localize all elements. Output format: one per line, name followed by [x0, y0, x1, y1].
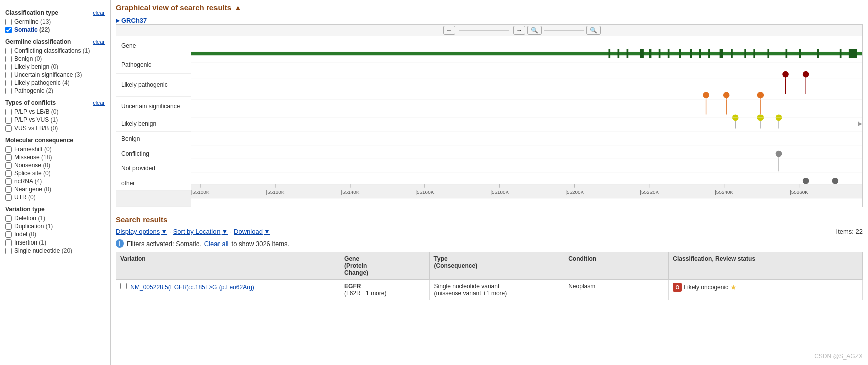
single-nucleotide-label[interactable]: Single nucleotide (20) — [14, 247, 72, 254]
splice-site-label[interactable]: Splice site (0) — [14, 170, 51, 177]
duplication-checkbox[interactable] — [5, 223, 12, 230]
pathogenic-checkbox[interactable] — [5, 88, 12, 94]
likely-pathogenic-dot-1[interactable] — [703, 92, 709, 98]
sidebar-item-near-gene[interactable]: Near gene (0) — [5, 186, 105, 193]
ncrna-checkbox[interactable] — [5, 178, 12, 185]
plp-lbb-label[interactable]: P/LP vs LB/B (0) — [14, 108, 59, 115]
vus-lbb-label[interactable]: VUS vs LB/B (0) — [14, 125, 58, 132]
sort-by-location-button[interactable]: Sort by Location ▼ — [173, 228, 228, 235]
splice-site-checkbox[interactable] — [5, 170, 12, 177]
uncertain-checkbox[interactable] — [5, 72, 12, 78]
vus-lbb-checkbox[interactable] — [5, 125, 12, 132]
likely-pathogenic-dot-2[interactable] — [723, 92, 730, 98]
benign-checkbox[interactable] — [5, 56, 12, 62]
sidebar-item-likely-benign[interactable]: Likely benign (0) — [5, 63, 105, 70]
likely-pathogenic-checkbox[interactable] — [5, 80, 12, 86]
sidebar-item-frameshift[interactable]: Frameshift (0) — [5, 146, 105, 153]
grch37-link[interactable]: GRCh37 — [116, 17, 863, 24]
duplication-label[interactable]: Duplication (1) — [14, 223, 53, 230]
pathogenic-dot-1[interactable] — [782, 71, 789, 78]
sidebar-item-utr[interactable]: UTR (0) — [5, 194, 105, 201]
sidebar-item-splice-site[interactable]: Splice site (0) — [5, 170, 105, 177]
plp-vus-label[interactable]: P/LP vs VUS (1) — [14, 116, 58, 124]
likely-pathogenic-label[interactable]: Likely pathogenic (4) — [14, 79, 70, 86]
sidebar-item-duplication[interactable]: Duplication (1) — [5, 223, 105, 230]
plp-lbb-checkbox[interactable] — [5, 109, 12, 115]
zoom-slider[interactable] — [544, 30, 584, 31]
likely-benign-label[interactable]: Likely benign (0) — [14, 63, 58, 70]
conflicts-clear-link[interactable]: clear — [93, 100, 105, 106]
likely-benign-checkbox[interactable] — [5, 64, 12, 70]
sidebar-item-somatic[interactable]: Somatic (22) — [5, 26, 105, 33]
plp-vus-checkbox[interactable] — [5, 117, 12, 124]
deletion-checkbox[interactable] — [5, 215, 12, 222]
sidebar-item-indel[interactable]: Indel (0) — [5, 231, 105, 238]
other-dot-2[interactable] — [832, 178, 839, 184]
display-options-button[interactable]: Display options ▼ — [116, 228, 167, 235]
somatic-label[interactable]: Somatic (22) — [14, 26, 50, 33]
conflicting-checkbox[interactable] — [5, 48, 12, 54]
pathogenic-label[interactable]: Pathogenic (2) — [14, 87, 53, 94]
nonsense-label[interactable]: Nonsense (0) — [14, 162, 50, 169]
svg-rect-17 — [817, 49, 819, 58]
germline-classification-title: Germline classification — [5, 38, 71, 45]
conflicting-dot-1[interactable] — [776, 151, 782, 157]
sidebar-item-uncertain-significance[interactable]: Uncertain significance (3) — [5, 71, 105, 78]
other-dot-1[interactable] — [803, 178, 809, 184]
sidebar-item-insertion[interactable]: Insertion (1) — [5, 239, 105, 246]
likely-pathogenic-dot-3[interactable] — [757, 92, 764, 98]
sidebar-item-benign[interactable]: Benign (0) — [5, 55, 105, 62]
sidebar-item-single-nucleotide[interactable]: Single nucleotide (20) — [5, 247, 105, 254]
sidebar-item-vus-lbb[interactable]: VUS vs LB/B (0) — [5, 125, 105, 132]
collapse-arrow-icon[interactable]: ▲ — [234, 3, 242, 12]
sidebar-item-conflicting[interactable]: Conflicting classifications (1) — [5, 47, 105, 54]
nonsense-checkbox[interactable] — [5, 162, 12, 169]
missense-checkbox[interactable] — [5, 154, 12, 161]
row-checkbox[interactable] — [120, 283, 127, 289]
download-button[interactable]: Download ▼ — [234, 228, 270, 235]
ncrna-label[interactable]: ncRNA (4) — [14, 178, 42, 185]
frameshift-checkbox[interactable] — [5, 146, 12, 153]
molecular-consequence-title: Molecular consequence — [5, 137, 73, 144]
deletion-label[interactable]: Deletion (1) — [14, 215, 45, 222]
missense-label[interactable]: Missense (18) — [14, 154, 52, 161]
zoom-out-button[interactable]: 🔍 — [527, 26, 542, 35]
germline-checkbox[interactable] — [5, 19, 12, 25]
sidebar-item-pathogenic[interactable]: Pathogenic (2) — [5, 87, 105, 94]
sidebar-item-ncrna[interactable]: ncRNA (4) — [5, 178, 105, 185]
nav-left-button[interactable]: ← — [443, 26, 455, 35]
sidebar-item-germline[interactable]: Germline (13) — [5, 18, 105, 25]
nav-right-button[interactable]: → — [513, 26, 525, 35]
somatic-checkbox[interactable] — [5, 27, 12, 33]
benign-label[interactable]: Benign (0) — [14, 55, 42, 62]
utr-label[interactable]: UTR (0) — [14, 194, 36, 201]
sidebar-item-nonsense[interactable]: Nonsense (0) — [5, 162, 105, 169]
classification-clear-link[interactable]: clear — [93, 10, 105, 16]
insertion-label[interactable]: Insertion (1) — [14, 239, 46, 246]
zoom-in-button[interactable]: 🔍 — [586, 26, 601, 35]
chart-row-labels: Gene Pathogenic Likely pathogenic Uncert… — [116, 36, 191, 207]
clear-all-link[interactable]: Clear all — [204, 240, 229, 248]
conflicting-label[interactable]: Conflicting classifications (1) — [14, 47, 90, 54]
near-gene-checkbox[interactable] — [5, 186, 12, 193]
nav-slider[interactable] — [459, 30, 509, 31]
near-gene-label[interactable]: Near gene (0) — [14, 186, 51, 193]
uncertain-label[interactable]: Uncertain significance (3) — [14, 71, 82, 78]
chart-plot[interactable]: |55100K |55120K |55140K |55160K |55180K … — [191, 36, 862, 207]
insertion-checkbox[interactable] — [5, 239, 12, 246]
single-nucleotide-checkbox[interactable] — [5, 248, 12, 254]
germline-clear-link[interactable]: clear — [93, 39, 105, 45]
pathogenic-dot-2[interactable] — [803, 71, 809, 78]
indel-label[interactable]: Indel (0) — [14, 231, 36, 238]
frameshift-label[interactable]: Frameshift (0) — [14, 146, 52, 153]
sidebar-item-plp-vus[interactable]: P/LP vs VUS (1) — [5, 116, 105, 124]
svg-rect-8 — [699, 49, 701, 58]
sidebar-item-missense[interactable]: Missense (18) — [5, 154, 105, 161]
indel-checkbox[interactable] — [5, 231, 12, 238]
sidebar-item-plp-lbb[interactable]: P/LP vs LB/B (0) — [5, 108, 105, 115]
variation-link[interactable]: NM_005228.5(EGFR):c.185T>G (p.Leu62Arg) — [130, 284, 254, 291]
germline-label[interactable]: Germline (13) — [14, 18, 51, 25]
sidebar-item-deletion[interactable]: Deletion (1) — [5, 215, 105, 222]
sidebar-item-likely-pathogenic[interactable]: Likely pathogenic (4) — [5, 79, 105, 86]
utr-checkbox[interactable] — [5, 194, 12, 201]
